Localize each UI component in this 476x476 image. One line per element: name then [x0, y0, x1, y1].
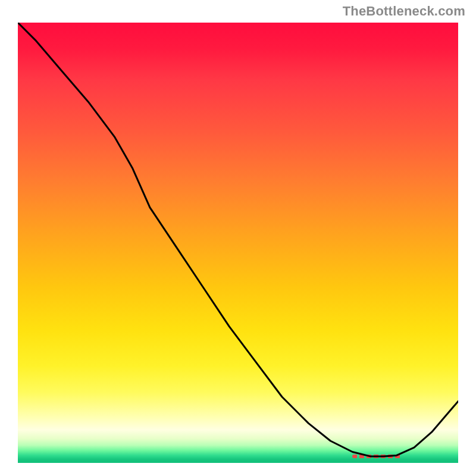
plot-area — [18, 23, 459, 463]
chart-stage: TheBottleneck.com — [0, 0, 476, 476]
curve-path — [18, 23, 458, 456]
curve-svg — [18, 23, 458, 463]
watermark-text: TheBottleneck.com — [343, 4, 465, 19]
